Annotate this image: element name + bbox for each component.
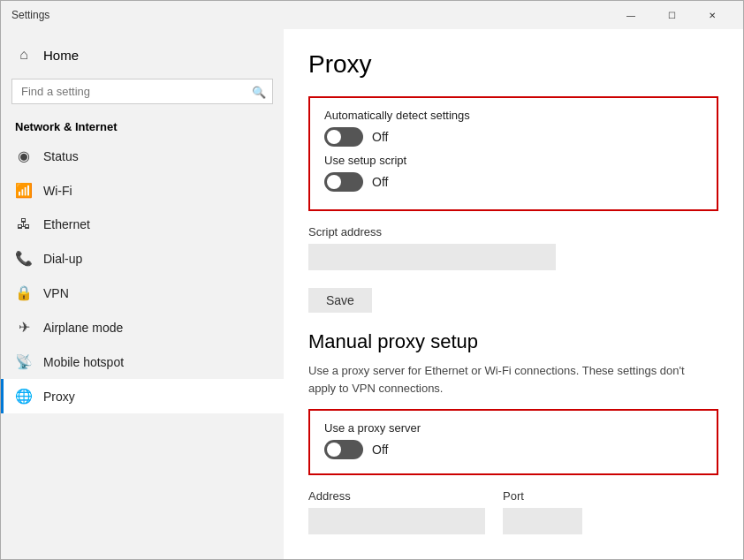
port-label: Port <box>503 489 582 503</box>
script-address-input[interactable] <box>308 244 556 270</box>
address-port-row: Address Port <box>308 489 718 534</box>
sidebar-item-proxy[interactable]: 🌐 Proxy <box>1 379 284 413</box>
sidebar-item-home[interactable]: ⌂ Home <box>1 38 284 72</box>
address-label: Address <box>308 489 485 503</box>
setup-script-setting: Use setup script Off <box>324 154 702 192</box>
maximize-button[interactable]: ☐ <box>651 1 692 29</box>
sidebar-item-label: Dial-up <box>43 252 82 266</box>
vpn-icon: 🔒 <box>15 284 33 301</box>
address-input[interactable] <box>308 508 485 534</box>
use-proxy-section: Use a proxy server Off <box>308 409 718 475</box>
sidebar-item-label: Airplane mode <box>43 321 123 335</box>
setup-script-toggle-row: Off <box>324 172 702 192</box>
sidebar-item-status[interactable]: ◉ Status <box>1 139 284 173</box>
sidebar-item-label: Mobile hotspot <box>43 355 124 369</box>
settings-window: Settings — ☐ ✕ ⌂ Home 🔍 Network & Intern… <box>0 0 744 560</box>
use-proxy-knob <box>327 443 341 457</box>
script-address-label: Script address <box>308 225 718 238</box>
auto-detect-toggle-label: Off <box>372 130 388 144</box>
close-button[interactable]: ✕ <box>692 1 733 29</box>
sidebar-item-wifi[interactable]: 📶 Wi-Fi <box>1 173 284 208</box>
sidebar-item-label: VPN <box>43 286 69 300</box>
search-box: 🔍 <box>11 79 273 104</box>
setup-script-label: Use setup script <box>324 154 702 167</box>
titlebar-controls: — ☐ ✕ <box>611 1 733 29</box>
sidebar-home-label: Home <box>43 48 79 63</box>
setup-script-toggle[interactable] <box>324 172 363 192</box>
main-panel: Proxy Automatically detect settings Off … <box>284 29 743 559</box>
port-field-group: Port <box>503 489 582 534</box>
proxy-icon: 🌐 <box>15 388 33 405</box>
status-icon: ◉ <box>15 148 33 164</box>
airplane-icon: ✈ <box>15 319 33 336</box>
sidebar: ⌂ Home 🔍 Network & Internet ◉ Status 📶 W… <box>1 29 284 559</box>
sidebar-item-label: Wi-Fi <box>43 184 72 198</box>
search-input[interactable] <box>11 79 273 104</box>
sidebar-item-dialup[interactable]: 📞 Dial-up <box>1 241 284 276</box>
manual-section-title: Manual proxy setup <box>308 330 718 353</box>
setup-script-knob <box>327 175 341 189</box>
sidebar-item-ethernet[interactable]: 🖧 Ethernet <box>1 208 284 241</box>
use-proxy-label: Use a proxy server <box>324 421 702 435</box>
page-title: Proxy <box>308 50 718 79</box>
auto-proxy-section: Automatically detect settings Off Use se… <box>308 96 718 211</box>
content-area: ⌂ Home 🔍 Network & Internet ◉ Status 📶 W… <box>1 29 743 559</box>
save-button[interactable]: Save <box>308 288 372 313</box>
wifi-icon: 📶 <box>15 182 33 199</box>
search-icon: 🔍 <box>252 85 266 98</box>
hotspot-icon: 📡 <box>15 353 33 370</box>
auto-detect-toggle-row: Off <box>324 127 702 147</box>
auto-detect-toggle[interactable] <box>324 127 363 147</box>
sidebar-section-title: Network & Internet <box>1 111 284 139</box>
setup-script-toggle-label: Off <box>372 175 388 189</box>
ethernet-icon: 🖧 <box>15 216 33 232</box>
use-proxy-toggle-label: Off <box>372 443 388 457</box>
sidebar-item-label: Ethernet <box>43 217 90 231</box>
use-proxy-toggle-row: Off <box>324 440 702 459</box>
sidebar-item-label: Status <box>43 149 79 163</box>
sidebar-item-label: Proxy <box>43 390 75 404</box>
minimize-button[interactable]: — <box>611 1 651 29</box>
titlebar: Settings — ☐ ✕ <box>1 1 743 29</box>
sidebar-item-hotspot[interactable]: 📡 Mobile hotspot <box>1 344 284 379</box>
sidebar-item-airplane[interactable]: ✈ Airplane mode <box>1 310 284 344</box>
dialup-icon: 📞 <box>15 250 33 267</box>
script-address-row: Script address <box>308 225 718 270</box>
auto-detect-knob <box>327 130 341 144</box>
sidebar-item-vpn[interactable]: 🔒 VPN <box>1 276 284 310</box>
titlebar-title: Settings <box>11 9 49 21</box>
use-proxy-toggle[interactable] <box>324 440 363 459</box>
address-field-group: Address <box>308 489 485 534</box>
auto-detect-setting: Automatically detect settings Off <box>324 109 702 147</box>
auto-detect-label: Automatically detect settings <box>324 109 702 122</box>
manual-description: Use a proxy server for Ethernet or Wi-Fi… <box>308 362 688 397</box>
home-icon: ⌂ <box>15 47 33 63</box>
port-input[interactable] <box>503 508 582 534</box>
